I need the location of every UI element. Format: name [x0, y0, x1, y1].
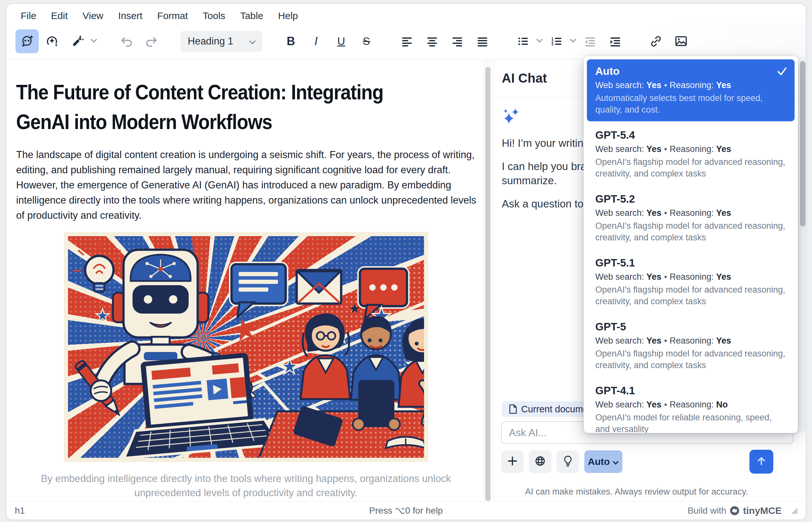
model-option-gpt-5[interactable]: GPT-5Web search: Yes•Reasoning: YesOpenA…	[587, 315, 795, 377]
link-button[interactable]	[644, 29, 668, 53]
model-option-gpt-5-1[interactable]: GPT-5.1Web search: Yes•Reasoning: YesOpe…	[587, 251, 795, 313]
help-hint: Press ⌥0 for help	[6, 505, 806, 516]
model-dropdown-scrollbar-thumb[interactable]	[800, 61, 806, 226]
align-center-button[interactable]	[420, 29, 444, 53]
document-paragraph: The landscape of digital content creatio…	[16, 147, 478, 223]
ai-rewrite-chevron-icon[interactable]	[90, 38, 97, 44]
strikethrough-button[interactable]: S	[355, 29, 378, 53]
document-illustration	[64, 232, 428, 462]
align-left-button[interactable]	[395, 29, 419, 53]
menu-insert[interactable]: Insert	[115, 9, 146, 23]
format-select-label: Heading 1	[188, 36, 233, 47]
align-justify-button[interactable]	[471, 29, 494, 53]
resize-handle-icon[interactable]	[789, 505, 798, 516]
tinymce-logo-icon	[729, 505, 740, 516]
model-dropdown-scrollbar[interactable]	[798, 56, 806, 433]
ai-chat-icon	[20, 34, 35, 49]
document-file-icon	[509, 404, 517, 414]
model-option-gpt-5-4[interactable]: GPT-5.4Web search: Yes•Reasoning: YesOpe…	[587, 123, 795, 185]
menu-format[interactable]: Format	[154, 9, 191, 23]
send-button[interactable]	[749, 450, 773, 474]
branding[interactable]: Build with tinyMCE	[688, 505, 782, 516]
attach-button[interactable]	[501, 450, 524, 473]
image-icon	[674, 34, 688, 49]
bold-icon: B	[287, 35, 295, 48]
status-bar: h1 Press ⌥0 for help Build with tinyMCE	[6, 501, 806, 519]
ai-rewrite-button[interactable]	[66, 29, 89, 53]
suggestions-button[interactable]	[557, 450, 579, 473]
bullet-list-button[interactable]	[512, 29, 535, 53]
editor-window: FileEditViewInsertFormatToolsTableHelp	[6, 3, 806, 520]
align-left-icon	[400, 34, 414, 48]
heading-line-2: GenAI into Modern Workflows	[16, 107, 434, 137]
ai-shortcuts-button[interactable]	[41, 29, 64, 53]
envelope-motif	[297, 270, 341, 304]
format-select[interactable]: Heading 1	[181, 31, 262, 52]
chevron-down-icon	[612, 456, 619, 467]
bullet-list-chevron-icon[interactable]	[536, 38, 543, 44]
document-heading: The Future of Content Creation: Integrat…	[16, 77, 434, 137]
align-center-icon	[425, 34, 439, 48]
document-scrollbar-thumb[interactable]	[485, 67, 491, 501]
align-justify-icon	[475, 34, 490, 48]
numbered-list-icon: 123	[549, 34, 564, 48]
chevron-down-icon	[249, 36, 256, 47]
underline-button[interactable]: U	[330, 29, 353, 53]
image-button[interactable]	[669, 29, 693, 53]
undo-button[interactable]	[115, 29, 138, 53]
composer-actions: Auto	[501, 450, 622, 473]
model-option-gpt-5-2[interactable]: GPT-5.2Web search: Yes•Reasoning: YesOpe…	[587, 187, 795, 249]
menu-edit[interactable]: Edit	[48, 9, 71, 23]
menu-table[interactable]: Table	[237, 9, 267, 23]
model-option-auto[interactable]: AutoWeb search: Yes•Reasoning: YesAutoma…	[587, 59, 795, 121]
align-right-button[interactable]	[446, 29, 469, 53]
strikethrough-icon: S	[363, 35, 370, 47]
redo-button[interactable]	[140, 29, 163, 53]
menu-help[interactable]: Help	[275, 9, 301, 23]
ai-disclaimer: AI can make mistakes. Always review outp…	[493, 487, 780, 497]
lightbulb-icon	[561, 454, 575, 469]
image-caption: By embedding intelligence directly into …	[23, 472, 469, 500]
bold-button[interactable]: B	[279, 29, 303, 53]
indent-icon	[608, 34, 622, 48]
plus-icon	[505, 454, 520, 469]
underline-icon: U	[337, 35, 346, 47]
model-selector-button[interactable]: Auto	[584, 450, 622, 473]
undo-icon	[119, 34, 134, 49]
outdent-button	[579, 29, 602, 53]
heading-line-1: The Future of Content Creation: Integrat…	[16, 77, 434, 107]
svg-text:3: 3	[551, 42, 554, 46]
brand-prefix: Build with	[688, 505, 726, 516]
ai-sparkle-eye-icon	[45, 34, 60, 49]
illustration-art	[64, 232, 428, 462]
indent-button[interactable]	[604, 29, 627, 53]
model-dropdown: AutoWeb search: Yes•Reasoning: YesAutoma…	[584, 56, 798, 433]
menu-view[interactable]: View	[79, 9, 106, 23]
globe-icon	[533, 454, 547, 469]
menu-bar: FileEditViewInsertFormatToolsTableHelp	[17, 8, 301, 23]
document-canvas[interactable]: The Future of Content Creation: Integrat…	[6, 59, 483, 501]
arrow-up-icon	[754, 454, 768, 469]
check-icon	[776, 65, 788, 79]
toolbar: Heading 1 B I U S	[6, 23, 806, 59]
italic-icon: I	[314, 35, 318, 48]
bullet-list-icon	[516, 34, 530, 48]
document-scrollbar[interactable]	[483, 59, 492, 501]
magic-wand-icon	[70, 34, 85, 49]
menu-file[interactable]: File	[17, 9, 39, 23]
italic-button[interactable]: I	[305, 29, 328, 53]
web-search-button[interactable]	[529, 450, 551, 473]
ai-chat-button[interactable]	[16, 29, 39, 53]
numbered-list-button[interactable]: 123	[545, 29, 568, 53]
numbered-list-chevron-icon[interactable]	[569, 38, 577, 44]
redo-icon	[144, 34, 159, 49]
link-icon	[648, 34, 663, 49]
menu-tools[interactable]: Tools	[200, 9, 229, 23]
outdent-icon	[583, 34, 597, 48]
model-option-gpt-4-1[interactable]: GPT-4.1Web search: Yes•Reasoning: NoOpen…	[587, 379, 795, 433]
brand-name: tinyMCE	[743, 505, 782, 516]
align-right-icon	[450, 34, 464, 48]
model-selector-label: Auto	[588, 456, 610, 467]
